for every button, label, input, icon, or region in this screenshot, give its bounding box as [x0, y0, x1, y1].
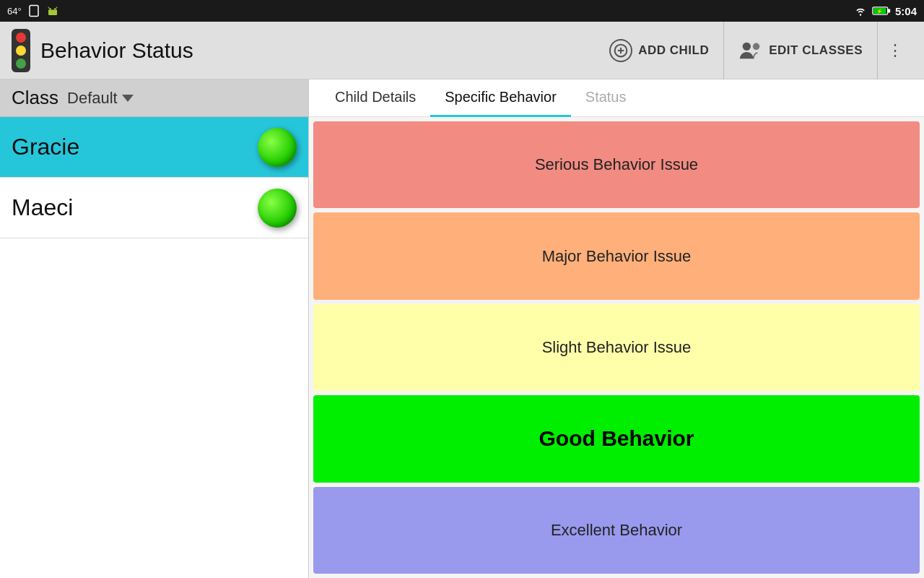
status-bar-left: 64°: [7, 4, 59, 17]
edit-classes-label: EDIT CLASSES: [769, 43, 863, 58]
status-ball-maeci: [258, 189, 297, 228]
behavior-label-slight: Slight Behavior Issue: [542, 338, 692, 357]
sidebar: Class Default Gracie Maeci: [0, 79, 309, 578]
behavior-label-major: Major Behavior Issue: [542, 247, 692, 266]
battery-icon: ⚡: [872, 5, 891, 17]
add-child-button[interactable]: ADD CHILD: [595, 22, 724, 79]
app-bar-actions: ADD CHILD EDIT CLASSES ⋮: [595, 22, 912, 79]
tl-red: [16, 33, 26, 43]
child-item-maeci[interactable]: Maeci: [0, 178, 308, 238]
tabs-bar: Child Details Specific Behavior Status: [309, 79, 924, 117]
main-content: Class Default Gracie Maeci Child Details…: [0, 79, 924, 578]
svg-rect-0: [30, 6, 38, 17]
temp-display: 64°: [7, 6, 22, 17]
behavior-card-serious[interactable]: Serious Behavior Issue: [313, 121, 920, 208]
child-item-gracie[interactable]: Gracie: [0, 117, 308, 178]
behavior-card-good[interactable]: Good Behavior: [313, 395, 920, 482]
tablet-icon: [27, 4, 40, 17]
app-title-area: Behavior Status: [12, 29, 595, 72]
edit-classes-button[interactable]: EDIT CLASSES: [724, 22, 878, 79]
behavior-card-slight[interactable]: Slight Behavior Issue: [313, 304, 920, 391]
tab-status[interactable]: Status: [571, 79, 641, 117]
behavior-label-excellent: Excellent Behavior: [551, 521, 682, 540]
child-name-gracie: Gracie: [12, 134, 79, 160]
tab-child-details-label: Child Details: [335, 89, 416, 105]
behavior-card-excellent[interactable]: Excellent Behavior: [313, 487, 920, 574]
behavior-label-good: Good Behavior: [539, 426, 694, 451]
right-panel: Child Details Specific Behavior Status S…: [309, 79, 924, 578]
edit-classes-icon: [738, 40, 763, 61]
tab-status-label: Status: [585, 89, 627, 105]
tl-yellow: [16, 46, 26, 56]
class-label: Class: [12, 87, 58, 109]
more-dots-icon: ⋮: [887, 41, 904, 60]
svg-text:⚡: ⚡: [876, 8, 883, 14]
tab-specific-behavior[interactable]: Specific Behavior: [430, 79, 571, 117]
tl-green: [16, 59, 26, 69]
add-child-label: ADD CHILD: [638, 43, 709, 58]
status-ball-gracie: [258, 128, 297, 167]
traffic-light-icon: [12, 29, 30, 72]
behavior-list: Serious Behavior Issue Major Behavior Is…: [309, 117, 924, 578]
child-name-maeci: Maeci: [12, 194, 73, 221]
android-icon: [46, 4, 59, 17]
app-bar: Behavior Status ADD CHILD: [0, 22, 924, 79]
status-bar-right: ⚡ 5:04: [853, 5, 917, 17]
behavior-label-serious: Serious Behavior Issue: [535, 155, 698, 174]
behavior-card-major[interactable]: Major Behavior Issue: [313, 212, 920, 299]
add-child-icon: [609, 39, 632, 62]
app-title: Behavior Status: [40, 38, 193, 63]
status-bar: 64° ⚡ 5:04: [0, 0, 924, 22]
svg-point-8: [743, 42, 751, 50]
svg-point-9: [753, 43, 759, 49]
time-display: 5:04: [895, 5, 917, 17]
wifi-icon: [853, 5, 868, 17]
svg-rect-3: [888, 9, 890, 12]
tab-specific-behavior-label: Specific Behavior: [445, 89, 557, 105]
chevron-down-icon: [122, 95, 134, 102]
more-options-button[interactable]: ⋮: [878, 22, 912, 79]
class-selector[interactable]: Default: [67, 89, 134, 108]
class-value: Default: [67, 89, 118, 108]
sidebar-header: Class Default: [0, 79, 308, 117]
tab-child-details[interactable]: Child Details: [321, 79, 430, 117]
